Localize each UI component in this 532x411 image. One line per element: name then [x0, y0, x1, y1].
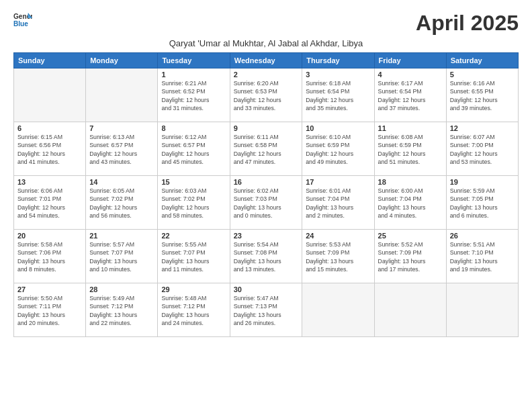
table-row: 16Sunrise: 6:02 AM Sunset: 7:03 PM Dayli…	[230, 176, 302, 230]
day-info: Sunrise: 6:11 AM Sunset: 6:58 PM Dayligh…	[234, 133, 299, 166]
day-number: 7	[89, 124, 154, 132]
table-row: 2Sunrise: 6:20 AM Sunset: 6:53 PM Daylig…	[230, 68, 302, 122]
day-number: 11	[378, 124, 443, 132]
day-info: Sunrise: 6:08 AM Sunset: 6:59 PM Dayligh…	[378, 133, 443, 166]
day-number: 23	[234, 232, 299, 240]
table-row: 1Sunrise: 6:21 AM Sunset: 6:52 PM Daylig…	[158, 68, 230, 122]
svg-text:Blue: Blue	[13, 20, 28, 28]
day-info: Sunrise: 5:54 AM Sunset: 7:08 PM Dayligh…	[234, 240, 299, 273]
header-row: General Blue April 2025	[13, 11, 519, 36]
day-number: 1	[161, 71, 226, 79]
day-info: Sunrise: 6:02 AM Sunset: 7:03 PM Dayligh…	[234, 187, 299, 220]
day-info: Sunrise: 6:01 AM Sunset: 7:04 PM Dayligh…	[306, 187, 370, 220]
day-info: Sunrise: 6:12 AM Sunset: 6:57 PM Dayligh…	[161, 133, 226, 166]
table-row: 22Sunrise: 5:55 AM Sunset: 7:07 PM Dayli…	[158, 230, 230, 283]
table-row: 29Sunrise: 5:48 AM Sunset: 7:12 PM Dayli…	[158, 283, 230, 337]
day-number: 26	[450, 232, 515, 240]
month-title: April 2025	[416, 11, 519, 36]
day-number: 29	[161, 285, 226, 293]
logo-icon: General Blue	[13, 11, 32, 30]
table-row: 11Sunrise: 6:08 AM Sunset: 6:59 PM Dayli…	[374, 122, 446, 176]
col-monday: Monday	[86, 53, 158, 68]
day-info: Sunrise: 6:18 AM Sunset: 6:54 PM Dayligh…	[306, 79, 370, 112]
day-number: 8	[161, 124, 226, 132]
table-row	[302, 283, 374, 337]
calendar-week-row: 13Sunrise: 6:06 AM Sunset: 7:01 PM Dayli…	[14, 176, 519, 230]
day-info: Sunrise: 6:07 AM Sunset: 7:00 PM Dayligh…	[450, 133, 515, 166]
table-row: 25Sunrise: 5:52 AM Sunset: 7:09 PM Dayli…	[374, 230, 446, 283]
day-number: 19	[450, 178, 515, 186]
day-info: Sunrise: 5:57 AM Sunset: 7:07 PM Dayligh…	[89, 240, 154, 273]
table-row: 8Sunrise: 6:12 AM Sunset: 6:57 PM Daylig…	[158, 122, 230, 176]
day-number: 6	[17, 124, 82, 132]
table-row: 13Sunrise: 6:06 AM Sunset: 7:01 PM Dayli…	[14, 176, 86, 230]
day-info: Sunrise: 6:00 AM Sunset: 7:04 PM Dayligh…	[378, 187, 443, 220]
day-number: 12	[450, 124, 515, 132]
day-number: 20	[17, 232, 82, 240]
table-row: 6Sunrise: 6:15 AM Sunset: 6:56 PM Daylig…	[14, 122, 86, 176]
day-number: 2	[234, 71, 299, 79]
day-info: Sunrise: 6:16 AM Sunset: 6:55 PM Dayligh…	[450, 79, 515, 112]
day-number: 22	[161, 232, 226, 240]
day-number: 5	[450, 71, 515, 79]
day-info: Sunrise: 6:10 AM Sunset: 6:59 PM Dayligh…	[306, 133, 370, 166]
table-row: 17Sunrise: 6:01 AM Sunset: 7:04 PM Dayli…	[302, 176, 374, 230]
day-number: 17	[306, 178, 370, 186]
day-number: 16	[234, 178, 299, 186]
col-saturday: Saturday	[446, 53, 518, 68]
table-row	[374, 283, 446, 337]
table-row: 28Sunrise: 5:49 AM Sunset: 7:12 PM Dayli…	[86, 283, 158, 337]
table-row: 14Sunrise: 6:05 AM Sunset: 7:02 PM Dayli…	[86, 176, 158, 230]
day-info: Sunrise: 5:49 AM Sunset: 7:12 PM Dayligh…	[89, 294, 154, 327]
day-number: 18	[378, 178, 443, 186]
day-info: Sunrise: 6:13 AM Sunset: 6:57 PM Dayligh…	[89, 133, 154, 166]
day-info: Sunrise: 5:52 AM Sunset: 7:09 PM Dayligh…	[378, 240, 443, 273]
table-row	[86, 68, 158, 122]
table-row	[14, 68, 86, 122]
calendar-week-row: 27Sunrise: 5:50 AM Sunset: 7:11 PM Dayli…	[14, 283, 519, 337]
table-row	[446, 283, 518, 337]
day-info: Sunrise: 5:47 AM Sunset: 7:13 PM Dayligh…	[234, 294, 299, 327]
table-row: 10Sunrise: 6:10 AM Sunset: 6:59 PM Dayli…	[302, 122, 374, 176]
day-info: Sunrise: 5:55 AM Sunset: 7:07 PM Dayligh…	[161, 240, 226, 273]
table-row: 26Sunrise: 5:51 AM Sunset: 7:10 PM Dayli…	[446, 230, 518, 283]
day-number: 14	[89, 178, 154, 186]
calendar-week-row: 6Sunrise: 6:15 AM Sunset: 6:56 PM Daylig…	[14, 122, 519, 176]
table-row: 12Sunrise: 6:07 AM Sunset: 7:00 PM Dayli…	[446, 122, 518, 176]
table-row: 7Sunrise: 6:13 AM Sunset: 6:57 PM Daylig…	[86, 122, 158, 176]
subtitle: Qaryat 'Umar al Mukhtar, Al Jabal al Akh…	[13, 38, 519, 48]
day-info: Sunrise: 5:51 AM Sunset: 7:10 PM Dayligh…	[450, 240, 515, 273]
table-row: 9Sunrise: 6:11 AM Sunset: 6:58 PM Daylig…	[230, 122, 302, 176]
day-number: 28	[89, 285, 154, 293]
calendar: Sunday Monday Tuesday Wednesday Thursday…	[13, 52, 519, 337]
day-number: 21	[89, 232, 154, 240]
calendar-week-row: 1Sunrise: 6:21 AM Sunset: 6:52 PM Daylig…	[14, 68, 519, 122]
table-row: 15Sunrise: 6:03 AM Sunset: 7:02 PM Dayli…	[158, 176, 230, 230]
day-info: Sunrise: 6:15 AM Sunset: 6:56 PM Dayligh…	[17, 133, 82, 166]
day-info: Sunrise: 5:59 AM Sunset: 7:05 PM Dayligh…	[450, 187, 515, 220]
day-info: Sunrise: 6:17 AM Sunset: 6:54 PM Dayligh…	[378, 79, 443, 112]
table-row: 23Sunrise: 5:54 AM Sunset: 7:08 PM Dayli…	[230, 230, 302, 283]
day-info: Sunrise: 6:06 AM Sunset: 7:01 PM Dayligh…	[17, 187, 82, 220]
day-number: 9	[234, 124, 299, 132]
day-info: Sunrise: 6:05 AM Sunset: 7:02 PM Dayligh…	[89, 187, 154, 220]
table-row: 19Sunrise: 5:59 AM Sunset: 7:05 PM Dayli…	[446, 176, 518, 230]
logo: General Blue	[13, 11, 32, 30]
table-row: 27Sunrise: 5:50 AM Sunset: 7:11 PM Dayli…	[14, 283, 86, 337]
day-number: 27	[17, 285, 82, 293]
col-thursday: Thursday	[302, 53, 374, 68]
table-row: 24Sunrise: 5:53 AM Sunset: 7:09 PM Dayli…	[302, 230, 374, 283]
col-sunday: Sunday	[14, 53, 86, 68]
day-info: Sunrise: 5:48 AM Sunset: 7:12 PM Dayligh…	[161, 294, 226, 327]
day-number: 24	[306, 232, 370, 240]
day-number: 25	[378, 232, 443, 240]
col-friday: Friday	[374, 53, 446, 68]
day-number: 13	[17, 178, 82, 186]
day-info: Sunrise: 6:20 AM Sunset: 6:53 PM Dayligh…	[234, 79, 299, 112]
col-wednesday: Wednesday	[230, 53, 302, 68]
table-row: 4Sunrise: 6:17 AM Sunset: 6:54 PM Daylig…	[374, 68, 446, 122]
day-number: 30	[234, 285, 299, 293]
table-row: 20Sunrise: 5:58 AM Sunset: 7:06 PM Dayli…	[14, 230, 86, 283]
day-number: 15	[161, 178, 226, 186]
day-number: 10	[306, 124, 370, 132]
